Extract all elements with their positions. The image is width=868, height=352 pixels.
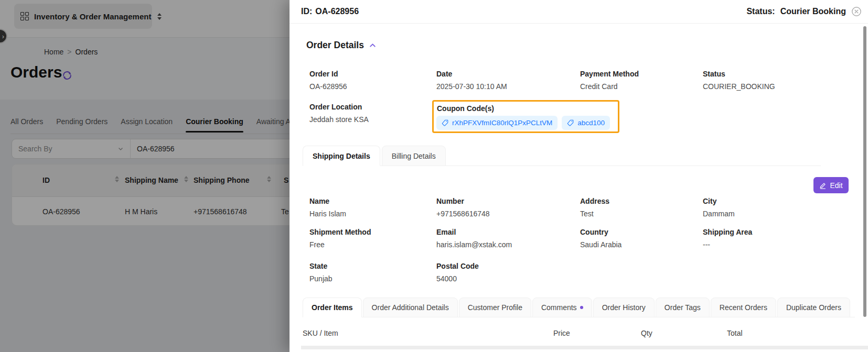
items-col-sku: SKU / Item — [303, 329, 338, 337]
coupon-chip: rXhPFXVfmIC80rlQ1PxPCLtVM — [436, 116, 558, 130]
section-tabs: Order Items Order Additional Details Cus… — [303, 298, 851, 317]
screen: Inventory & Order Management › Home>Orde… — [0, 0, 868, 352]
field-name: Name Haris Islam — [309, 197, 346, 218]
field-postal-code: Postal Code 54000 — [436, 262, 479, 283]
coupon-chips: rXhPFXVfmIC80rlQ1PxPCLtVM abcd100 — [436, 116, 610, 130]
order-id-label: ID: — [301, 7, 312, 16]
coupon-codes-highlight: Coupon Code(s) rXhPFXVfmIC80rlQ1PxPCLtVM… — [432, 100, 619, 133]
order-id-value: OA-628956 — [315, 7, 359, 16]
tag-icon — [567, 119, 574, 126]
field-date: Date 2025-07-30 10:10 AM — [436, 70, 507, 91]
tab-shipping-details[interactable]: Shipping Details — [303, 146, 380, 166]
field-address: Address Test — [580, 197, 609, 218]
status-label: Status: — [746, 7, 775, 16]
field-city: City Dammam — [703, 197, 735, 218]
edit-pencil-icon — [819, 182, 827, 189]
collapse-chevron-up-icon[interactable] — [369, 41, 377, 49]
tab-order-additional-details[interactable]: Order Additional Details — [363, 298, 458, 317]
order-drawer: ID: OA-628956 Status: Courier Booking Or… — [290, 0, 868, 352]
field-order-id: Order Id OA-628956 — [309, 70, 347, 91]
tab-recent-orders[interactable]: Recent Orders — [711, 298, 776, 317]
field-country: Country Saudi Arabia — [580, 228, 621, 249]
status-value: Courier Booking — [780, 7, 846, 16]
items-table-row-divider — [301, 346, 868, 349]
tab-order-history[interactable]: Order History — [593, 298, 655, 317]
tab-order-tags[interactable]: Order Tags — [656, 298, 710, 317]
coupon-codes-label: Coupon Code(s) — [437, 104, 494, 113]
field-shipment-method: Shipment Method Free — [309, 228, 371, 249]
field-order-location: Order Location Jeddah store KSA — [309, 103, 369, 124]
edit-button[interactable]: Edit — [813, 177, 849, 193]
modal-backdrop[interactable] — [0, 0, 290, 352]
drawer-scrollbar-thumb[interactable] — [863, 26, 866, 317]
items-col-qty: Qty — [641, 329, 652, 337]
tab-order-items[interactable]: Order Items — [303, 298, 362, 317]
comments-badge-dot — [580, 306, 583, 309]
field-payment-method: Payment Method Credit Card — [580, 70, 639, 91]
close-icon[interactable] — [851, 6, 862, 17]
tab-customer-profile[interactable]: Customer Profile — [459, 298, 531, 317]
field-email: Email haris.islam@xstak.com — [436, 228, 512, 249]
field-number: Number +971568616748 — [436, 197, 490, 218]
tab-duplicate-orders[interactable]: Duplicate Orders — [777, 298, 850, 317]
drawer-header: ID: OA-628956 Status: Courier Booking — [290, 0, 868, 24]
tab-billing-details[interactable]: Billing Details — [382, 146, 446, 166]
field-status: Status COURIER_BOOKING — [703, 70, 775, 91]
address-tabs: Shipping Details Billing Details — [303, 146, 447, 166]
field-state: State Punjab — [309, 262, 333, 283]
coupon-chip: abcd100 — [562, 116, 610, 130]
tag-icon — [442, 119, 448, 126]
items-col-price: Price — [553, 329, 570, 337]
tab-comments[interactable]: Comments — [532, 298, 592, 317]
field-shipping-area: Shipping Area --- — [703, 228, 752, 249]
items-col-total: Total — [727, 329, 743, 337]
order-details-section-title: Order Details — [306, 40, 377, 51]
